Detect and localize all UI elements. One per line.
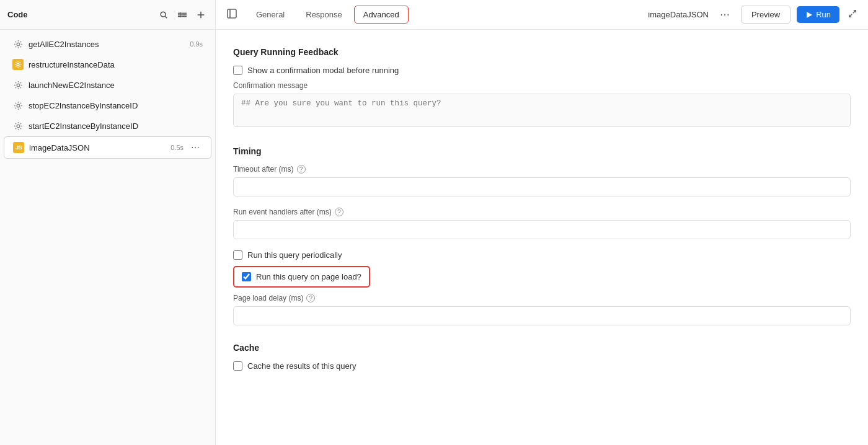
- svg-point-13: [17, 43, 20, 46]
- gear-icon-4: [12, 120, 24, 131]
- tab-general[interactable]: General: [247, 6, 294, 24]
- tab-response[interactable]: Response: [296, 6, 352, 24]
- svg-point-0: [161, 12, 166, 17]
- cache-results-row: Cache the results of this query: [233, 361, 851, 371]
- confirmation-message-label: Confirmation message: [233, 81, 851, 90]
- run-periodically-checkbox[interactable]: [233, 250, 242, 260]
- sidebar-item-launchNewEC2Instance[interactable]: launchNewEC2Instance: [4, 75, 211, 95]
- run-periodically-row: Run this query periodically: [233, 250, 851, 260]
- sidebar-header: Code: [0, 0, 215, 30]
- sidebar: Code: [0, 0, 216, 445]
- timeout-help-icon: ?: [297, 165, 306, 174]
- sidebar-actions: [157, 8, 208, 22]
- run-button[interactable]: Run: [797, 6, 839, 23]
- svg-point-16: [17, 104, 20, 107]
- item-label-stopEC2InstanceByInstanceID: stopEC2InstanceByInstanceID: [29, 101, 198, 110]
- svg-marker-20: [807, 12, 812, 18]
- sidebar-item-imageDataJSON[interactable]: JS imageDataJSON 0.5s ⋯: [4, 136, 211, 159]
- js-icon: JS: [13, 142, 24, 153]
- confirmation-message-group: Confirmation message: [233, 81, 851, 129]
- gear-icon: [12, 38, 24, 50]
- show-confirmation-row: Show a confirmation modal before running: [233, 66, 851, 75]
- app-layout: Code: [0, 0, 868, 445]
- run-periodically-label[interactable]: Run this query periodically: [247, 250, 342, 260]
- item-label-restructureInstanceData: restructureInstanceData: [29, 60, 198, 69]
- panel-icon: [227, 9, 237, 19]
- svg-line-1: [165, 16, 167, 18]
- timeout-input[interactable]: 10000: [233, 177, 851, 196]
- sidebar-title: Code: [7, 10, 28, 19]
- topbar: General Response Advanced imageDataJSON …: [216, 0, 868, 30]
- item-badge-imageDataJSON: 0.5s: [170, 144, 184, 151]
- filter-icon: [178, 11, 187, 19]
- item-badge-getAllEC2Instances: 0.9s: [190, 40, 203, 48]
- add-icon: [197, 11, 205, 19]
- run-on-load-row: Run this query on page load?: [233, 266, 370, 288]
- run-on-load-checkbox[interactable]: [242, 272, 251, 281]
- section-title-query-feedback: Query Running Feedback: [233, 47, 851, 57]
- expand-icon: [848, 9, 857, 18]
- expand-button[interactable]: [844, 7, 861, 23]
- section-query-feedback: Query Running Feedback Show a confirmati…: [233, 47, 851, 129]
- event-handlers-label: Run event handlers after (ms) ?: [233, 208, 851, 216]
- show-confirmation-checkbox[interactable]: [233, 66, 242, 75]
- svg-point-2: [180, 12, 182, 14]
- section-title-cache: Cache: [233, 343, 851, 353]
- add-button[interactable]: [194, 8, 208, 22]
- gear-yellow-icon: [12, 59, 24, 70]
- filter-button[interactable]: [175, 8, 189, 22]
- item-label-launchNewEC2Instance: launchNewEC2Instance: [29, 81, 198, 90]
- item-more-button[interactable]: ⋯: [188, 141, 202, 154]
- main-content: General Response Advanced imageDataJSON …: [216, 0, 868, 445]
- svg-point-14: [17, 63, 19, 66]
- cache-results-checkbox[interactable]: [233, 361, 242, 371]
- search-icon: [159, 11, 168, 19]
- timeout-group: Timeout after (ms) ? 10000: [233, 165, 851, 196]
- svg-rect-18: [228, 9, 236, 18]
- svg-point-3: [183, 14, 185, 15]
- item-label-startEC2InstanceByInstanceID: startEC2InstanceByInstanceID: [29, 121, 198, 131]
- more-options-button[interactable]: ⋯: [716, 6, 733, 23]
- tab-advanced[interactable]: Advanced: [354, 6, 409, 24]
- event-handlers-group: Run event handlers after (ms) ? 0: [233, 208, 851, 239]
- item-label-getAllEC2Instances: getAllEC2Instances: [29, 40, 185, 49]
- event-handlers-help-icon: ?: [335, 208, 343, 216]
- sidebar-list: getAllEC2Instances 0.9s restructureInsta…: [0, 30, 215, 445]
- gear-icon-3: [12, 100, 24, 111]
- section-timing: Timing Timeout after (ms) ? 10000 Run ev…: [233, 146, 851, 325]
- page-load-delay-help-icon: ?: [306, 294, 315, 302]
- svg-point-17: [17, 125, 20, 128]
- preview-button[interactable]: Preview: [741, 6, 790, 24]
- form-content: Query Running Feedback Show a confirmati…: [216, 30, 868, 445]
- topbar-title: imageDataJSON: [648, 10, 709, 19]
- section-cache: Cache Cache the results of this query: [233, 343, 851, 371]
- sidebar-item-stopEC2InstanceByInstanceID[interactable]: stopEC2InstanceByInstanceID: [4, 95, 211, 115]
- page-load-delay-label: Page load delay (ms) ?: [233, 294, 851, 302]
- event-handlers-input[interactable]: 0: [233, 220, 851, 239]
- sidebar-item-getAllEC2Instances[interactable]: getAllEC2Instances 0.9s: [4, 34, 211, 54]
- confirmation-message-textarea[interactable]: [233, 94, 851, 127]
- gear-icon-2: [12, 79, 24, 90]
- cache-results-label[interactable]: Cache the results of this query: [247, 361, 356, 371]
- svg-point-15: [17, 84, 20, 87]
- page-load-delay-group: Page load delay (ms) ? 0: [233, 294, 851, 325]
- timeout-label: Timeout after (ms) ?: [233, 165, 851, 174]
- page-load-delay-input[interactable]: 0: [233, 306, 851, 325]
- sidebar-item-startEC2InstanceByInstanceID[interactable]: startEC2InstanceByInstanceID: [4, 116, 211, 136]
- run-play-icon: [805, 11, 813, 19]
- section-title-timing: Timing: [233, 146, 851, 156]
- sidebar-item-restructureInstanceData[interactable]: restructureInstanceData: [4, 55, 211, 74]
- show-confirmation-label[interactable]: Show a confirmation modal before running: [247, 66, 399, 75]
- run-on-load-label[interactable]: Run this query on page load?: [256, 272, 361, 281]
- svg-point-4: [180, 15, 182, 17]
- item-label-imageDataJSON: imageDataJSON: [29, 143, 166, 152]
- search-button[interactable]: [157, 8, 170, 22]
- panel-toggle-button[interactable]: [223, 6, 241, 24]
